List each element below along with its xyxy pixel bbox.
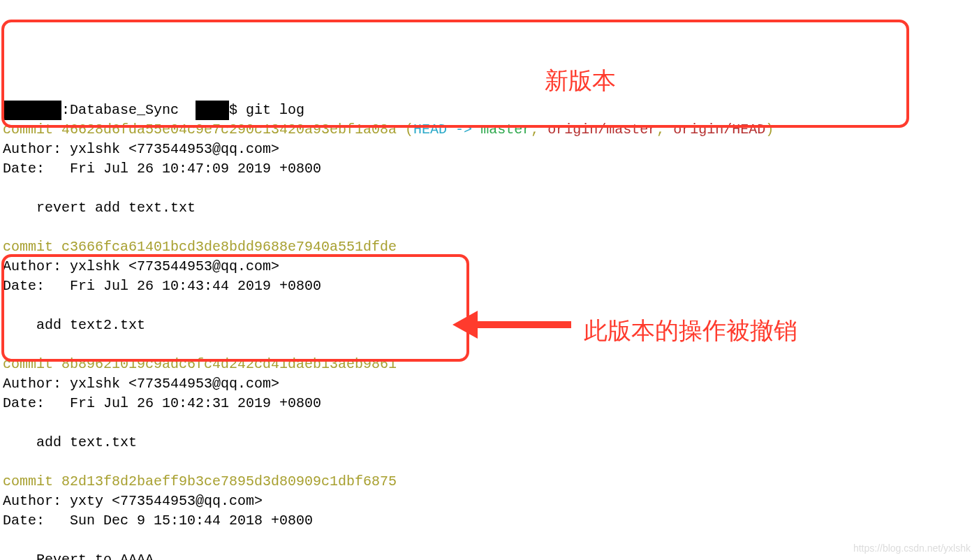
date-line-0: Date: Fri Jul 26 10:47:09 2019 +0800 bbox=[3, 161, 321, 177]
annotation-label-reverted: 此版本的操作被撤销 bbox=[584, 314, 797, 348]
redacted-user: ███████ bbox=[3, 101, 61, 120]
date-line-3: Date: Sun Dec 9 15:10:44 2018 +0800 bbox=[3, 513, 313, 529]
author-line-2: Author: yxlshk <773544953@qq.com> bbox=[3, 376, 279, 392]
commit-message-0: revert add text.txt bbox=[3, 200, 196, 216]
git-command: git log bbox=[246, 102, 304, 118]
annotation-label-new-version: 新版本 bbox=[545, 64, 616, 98]
commit-message-1: add text2.txt bbox=[3, 317, 145, 333]
redacted-host: ████ bbox=[196, 101, 229, 120]
date-line-1: Date: Fri Jul 26 10:43:44 2019 +0800 bbox=[3, 278, 321, 294]
branch-local: master bbox=[480, 121, 531, 138]
commit-message-3: Revert to AAAA bbox=[3, 552, 154, 560]
commit-line-2: commit 8b89621019c9adc6fc4d242cd41daeb13… bbox=[3, 356, 397, 372]
branch-remote-1: origin/master bbox=[547, 121, 656, 138]
commit-line-0: commit 46628d6fda55e04c9e7c290c13420a93e… bbox=[3, 121, 774, 138]
author-line-3: Author: yxty <773544953@qq.com> bbox=[3, 493, 263, 509]
commit-line-1: commit c3666fca61401bcd3de8bdd9688e7940a… bbox=[3, 239, 397, 255]
commit-hash-2: 8b89621019c9adc6fc4d242cd41daeb13aeb9861 bbox=[61, 356, 397, 372]
head-ref: HEAD -> bbox=[413, 121, 480, 138]
prompt-line: ███████:Database_Sync ████$ git log bbox=[3, 102, 304, 118]
author-line-1: Author: yxlshk <773544953@qq.com> bbox=[3, 258, 279, 274]
author-line-0: Author: yxlshk <773544953@qq.com> bbox=[3, 141, 279, 157]
annotation-arrow-icon bbox=[452, 314, 571, 335]
branch-remote-2: origin/HEAD bbox=[673, 121, 765, 138]
commit-hash-1: c3666fca61401bcd3de8bdd9688e7940a551dfde bbox=[61, 239, 397, 255]
commit-hash-0: 46628d6fda55e04c9e7c290c13420a93ebf1a08a bbox=[61, 121, 397, 138]
commit-hash-3: 82d13f8d2baeff9b3ce7895d3d80909c1dbf6875 bbox=[61, 473, 397, 489]
commit-line-3: commit 82d13f8d2baeff9b3ce7895d3d80909c1… bbox=[3, 473, 397, 489]
date-line-2: Date: Fri Jul 26 10:42:31 2019 +0800 bbox=[3, 395, 321, 411]
commit-message-2: add text.txt bbox=[3, 434, 137, 450]
watermark: https://blog.csdn.net/yxlshk bbox=[853, 542, 971, 556]
